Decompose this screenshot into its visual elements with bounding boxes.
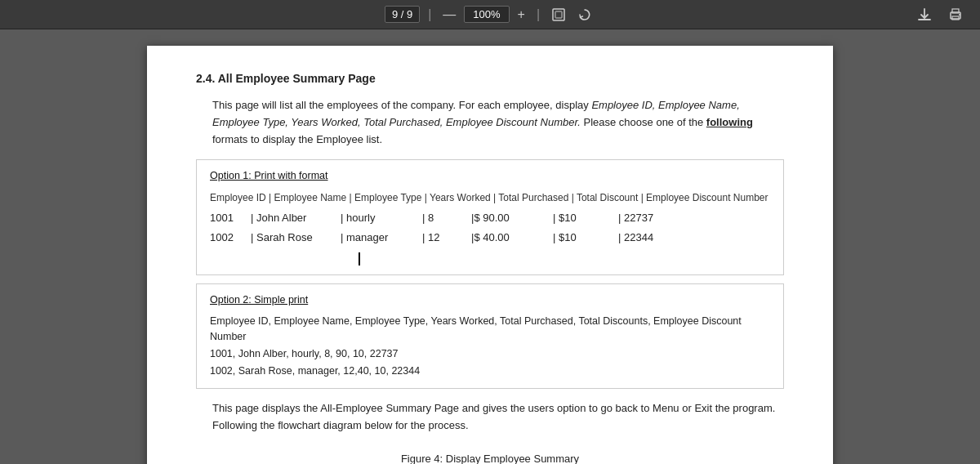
row1-name: | John Alber (251, 210, 341, 226)
rotate-icon (577, 7, 592, 22)
divider2: | (533, 7, 543, 22)
footer-paragraph: This page displays the All-Employee Summ… (212, 400, 784, 435)
row2-discount: | $10 (553, 230, 618, 246)
simple-row2: 1002, Sarah Rose, manager, 12,40, 10, 22… (210, 364, 770, 379)
table-row: 1002 | Sarah Rose | manager | 12 |$ 40.0… (210, 230, 770, 246)
page-indicator[interactable]: 9 / 9 (385, 6, 420, 23)
document-page: 2.4. All Employee Summary Page This page… (147, 46, 833, 464)
page-separator: / (401, 8, 407, 20)
row1-years: | 8 (422, 210, 471, 226)
print-icon (947, 7, 964, 23)
section-title: 2.4. All Employee Summary Page (196, 70, 784, 87)
table-header: Employee ID | Employee Name | Employee T… (210, 190, 770, 205)
row2-id: 1002 (210, 230, 251, 246)
body-end: Please choose one of the (581, 116, 706, 128)
zoom-level[interactable]: 100% (464, 6, 509, 23)
svg-point-5 (959, 14, 960, 16)
viewer-area: 2.4. All Employee Summary Page This page… (0, 29, 980, 464)
fit-page-icon (551, 7, 566, 22)
row2-purchased: |$ 40.00 (471, 230, 553, 246)
row1-purchased: |$ 90.00 (471, 210, 553, 226)
svg-rect-0 (553, 9, 564, 20)
option1-title: Option 1: Print with format (210, 168, 770, 184)
option2-title: Option 2: Simple print (210, 292, 770, 308)
zoom-in-button[interactable]: + (514, 6, 528, 24)
body-text-1: This page will list all the employees of… (212, 99, 591, 111)
table-row: 1001 | John Alber | hourly | 8 |$ 90.00 … (210, 210, 770, 226)
rotate-button[interactable] (574, 6, 595, 24)
row1-discount: | $10 (553, 210, 618, 226)
footer-text: This page displays the All-Employee Summ… (212, 402, 775, 431)
row1-discnum: | 22737 (618, 210, 684, 226)
svg-rect-1 (555, 11, 562, 18)
section-body: This page will list all the employees of… (212, 97, 784, 148)
toolbar-right-actions (913, 5, 967, 25)
row1-id: 1001 (210, 210, 251, 226)
current-page: 9 (392, 8, 398, 20)
simple-row1: 1001, John Alber, hourly, 8, 90, 10, 227… (210, 346, 770, 362)
body-formats: formats to display the Employee list. (212, 133, 382, 145)
option2-section: Option 2: Simple print Employee ID, Empl… (196, 283, 784, 390)
row2-name: | Sarah Rose (251, 230, 341, 246)
row2-discnum: | 22344 (618, 230, 684, 246)
divider1: | (425, 7, 434, 22)
print-button[interactable] (944, 5, 967, 25)
fit-page-button[interactable] (548, 6, 569, 24)
following-word: following (706, 116, 753, 128)
page-navigation: 9 / 9 | — 100% + | (385, 6, 595, 24)
row2-years: | 12 (422, 230, 471, 246)
download-button[interactable] (913, 5, 936, 25)
total-pages: 9 (407, 8, 412, 20)
toolbar: 9 / 9 | — 100% + | (0, 0, 980, 29)
figure-caption: Figure 4: Display Employee Summary (196, 451, 784, 464)
row2-type: | manager (341, 230, 422, 246)
text-cursor (359, 252, 360, 265)
simple-header: Employee ID, Employee Name, Employee Typ… (210, 314, 770, 345)
download-icon (916, 7, 933, 23)
zoom-out-button[interactable]: — (439, 6, 459, 24)
row1-type: | hourly (341, 210, 422, 226)
option1-section: Option 1: Print with format Employee ID … (196, 159, 784, 274)
